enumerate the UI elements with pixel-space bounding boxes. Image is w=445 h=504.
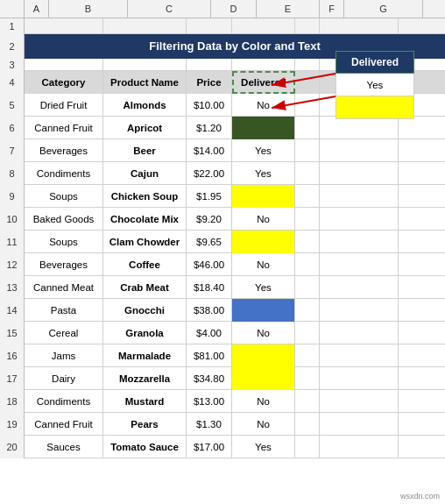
cell-7d: $14.00	[187, 139, 232, 162]
row-19: 19 Canned Fruit Pears $1.30 No	[0, 413, 445, 436]
row-18: 18 Condiments Mustard $13.00 No	[0, 390, 445, 413]
cell-20d: $17.00	[187, 436, 232, 458]
cell-6d: $1.20	[187, 117, 232, 139]
rownum-10: 10	[0, 208, 25, 231]
cell-16f	[295, 344, 320, 367]
cell-6g	[320, 117, 399, 139]
cell-19g	[320, 413, 399, 436]
cell-10d: $9.20	[187, 208, 232, 231]
col-header-g: G	[344, 0, 423, 18]
cell-8f	[295, 162, 320, 185]
cell-12e: No	[232, 253, 295, 276]
cell-1g	[320, 18, 399, 34]
cell-14e	[232, 299, 295, 322]
cell-10e: No	[232, 208, 295, 231]
row-1: 1	[0, 18, 445, 34]
cell-10c: Chocolate Mix	[103, 208, 187, 231]
cell-3e	[232, 59, 295, 71]
rownum-8: 8	[0, 162, 25, 185]
cell-7f	[295, 139, 320, 162]
cell-20f	[295, 436, 320, 458]
rownum-7: 7	[0, 139, 25, 162]
rownum-13: 13	[0, 276, 25, 299]
cell-19b: Canned Fruit	[25, 413, 103, 436]
cell-13e: Yes	[232, 276, 295, 299]
cell-14f	[295, 299, 320, 322]
cell-19f	[295, 413, 320, 436]
rownum-19: 19	[0, 413, 25, 436]
header-delivered: Delivered	[232, 71, 295, 94]
cell-1f	[295, 18, 320, 34]
row-11: 11 Soups Clam Chowder $9.65	[0, 231, 445, 253]
row-20: 20 Sauces Tomato Sauce $17.00 Yes	[0, 436, 445, 458]
cell-15e: No	[232, 322, 295, 344]
corner-header	[0, 0, 25, 18]
cell-16g	[320, 344, 399, 367]
cell-14g	[320, 299, 399, 322]
row-10: 10 Baked Goods Chocolate Mix $9.20 No	[0, 208, 445, 231]
row-6: 6 Canned Fruit Apricot $1.20	[0, 117, 445, 139]
cell-6f	[295, 117, 320, 139]
rownum-20: 20	[0, 436, 25, 458]
header-category: Category	[25, 71, 103, 94]
cell-19c: Pears	[103, 413, 187, 436]
watermark: wsxdn.com	[400, 492, 440, 500]
cell-3b	[25, 59, 103, 71]
cell-6e	[232, 117, 295, 139]
row-13: 13 Canned Meat Crab Meat $18.40 Yes	[0, 276, 445, 299]
row-17: 17 Dairy Mozzarella $34.80	[0, 367, 445, 390]
cell-9d: $1.95	[187, 185, 232, 208]
row-7: 7 Beverages Beer $14.00 Yes	[0, 139, 445, 162]
rownum-6: 6	[0, 117, 25, 139]
cell-16e	[232, 344, 295, 367]
rownum-15: 15	[0, 322, 25, 344]
cell-9b: Soups	[25, 185, 103, 208]
cell-17b: Dairy	[25, 367, 103, 390]
cell-18g	[320, 390, 399, 413]
cell-20e: Yes	[232, 436, 295, 458]
header-price: Price	[187, 71, 232, 94]
cell-8d: $22.00	[187, 162, 232, 185]
cell-8c: Cajun	[103, 162, 187, 185]
cell-1d	[187, 18, 232, 34]
cell-5d: $10.00	[187, 94, 232, 117]
col-header-d: D	[211, 0, 257, 18]
cell-4f	[295, 71, 320, 94]
row-8: 8 Condiments Cajun $22.00 Yes	[0, 162, 445, 185]
cell-12f	[295, 253, 320, 276]
cell-13b: Canned Meat	[25, 276, 103, 299]
row-16: 16 Jams Marmalade $81.00	[0, 344, 445, 367]
column-headers: A B C D E F G	[0, 0, 445, 18]
cell-6b: Canned Fruit	[25, 117, 103, 139]
cell-13f	[295, 276, 320, 299]
cell-15c: Granola	[103, 322, 187, 344]
row-14: 14 Pasta Gnocchi $38.00	[0, 299, 445, 322]
cell-9f	[295, 185, 320, 208]
g-delivered-box: Delivered Yes	[336, 51, 414, 119]
rownum-5: 5	[0, 94, 25, 117]
cell-15f	[295, 322, 320, 344]
g-yellow-cell	[336, 96, 414, 119]
cell-19d: $1.30	[187, 413, 232, 436]
cell-18d: $13.00	[187, 390, 232, 413]
rownum-9: 9	[0, 185, 25, 208]
cell-18f	[295, 390, 320, 413]
col-header-c: C	[128, 0, 211, 18]
cell-13g	[320, 276, 399, 299]
cell-10b: Baked Goods	[25, 208, 103, 231]
col-header-e: E	[257, 0, 320, 18]
cell-7e: Yes	[232, 139, 295, 162]
cell-5f	[295, 94, 320, 117]
cell-10g	[320, 208, 399, 231]
cell-5b: Dried Fruit	[25, 94, 103, 117]
cell-17d: $34.80	[187, 367, 232, 390]
rownum-18: 18	[0, 390, 25, 413]
cell-18e: No	[232, 390, 295, 413]
cell-7g	[320, 139, 399, 162]
cell-12c: Coffee	[103, 253, 187, 276]
cell-11c: Clam Chowder	[103, 231, 187, 253]
cell-11g	[320, 231, 399, 253]
cell-9e	[232, 185, 295, 208]
cell-14b: Pasta	[25, 299, 103, 322]
cell-11e	[232, 231, 295, 253]
